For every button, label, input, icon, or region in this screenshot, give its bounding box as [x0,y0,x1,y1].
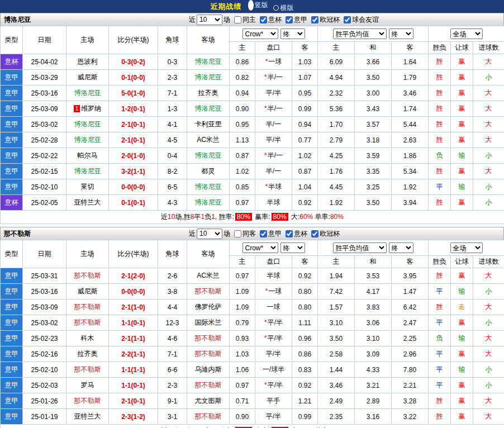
score-link[interactable]: 0-1(0-0) [109,70,158,85]
score-link[interactable]: 1-1(0-1) [109,378,158,393]
avg-type-select[interactable]: 胜平负均值 [333,242,387,253]
bookmaker-select[interactable]: Crow* [243,28,278,39]
away-team-link[interactable]: AC米兰 [197,136,220,144]
home-team-link[interactable]: 恩波利 [78,58,98,65]
away-team-link[interactable]: 博洛尼亚 [195,104,222,112]
away-team-link[interactable]: 尤文图斯 [195,397,222,405]
team-name[interactable]: 博洛尼亚 [4,15,31,25]
score-link[interactable]: 3-2(1-1) [109,164,158,179]
filter-checkbox[interactable] [311,16,318,23]
home-team-link[interactable]: 威尼斯 [78,287,98,295]
away-team-link[interactable]: 那不勒斯 [195,381,222,389]
score-link[interactable]: 2-1(0-1) [109,393,158,409]
away-team-link[interactable]: 博洛尼亚 [195,198,222,206]
home-team-link[interactable]: 维罗纳 [81,104,101,112]
score-link[interactable]: 0-1(0-1) [109,195,158,211]
away-team-cell: 那不勒斯 [187,284,230,299]
home-team-link[interactable]: 那不勒斯 [74,365,101,373]
home-team-link[interactable]: 罗马 [81,381,94,389]
score-link[interactable]: 2-1(1-0) [109,299,158,315]
score-link[interactable]: 0-3(0-2) [109,54,158,70]
score-link[interactable]: 2-0(1-0) [109,148,158,164]
filter-option[interactable]: 意甲 [286,15,307,25]
team-name[interactable]: 那不勒斯 [4,229,31,239]
score-link[interactable]: 2-1(0-1) [109,132,158,148]
filter-checkbox[interactable] [311,230,318,237]
home-team-link[interactable]: 帕尔马 [78,151,98,159]
odds-stage-select[interactable]: 终 [280,28,305,39]
away-team-link[interactable]: 乌迪内斯 [195,365,222,373]
away-team-link[interactable]: 卡利亚里 [195,120,222,128]
away-team-link[interactable]: 那不勒斯 [195,287,222,295]
home-team-link[interactable]: 那不勒斯 [74,303,101,311]
filter-option[interactable]: 意杯 [286,229,307,239]
home-team-link[interactable]: 那不勒斯 [74,272,101,279]
home-team-link[interactable]: 亚特兰大 [74,412,101,420]
away-team-link[interactable]: 博洛尼亚 [195,58,222,65]
score-link[interactable]: 2-1(0-1) [109,117,158,132]
home-team-link[interactable]: 那不勒斯 [74,397,101,405]
score-link[interactable]: 2-2(1-1) [109,346,158,362]
filter-option[interactable]: 同客 [234,229,256,239]
away-team-link[interactable]: AC米兰 [197,272,220,279]
score-link[interactable]: 0-0(0-0) [109,179,158,195]
filter-checkbox[interactable] [234,16,241,23]
recent-count-select[interactable]: 10 [197,15,222,25]
home-team-link[interactable]: 那不勒斯 [74,318,101,326]
home-team-link[interactable]: 亚特兰大 [74,198,101,206]
score-link[interactable]: 2-1(1-1) [109,331,158,346]
avg-type-select[interactable]: 胜平负均值 [333,28,387,39]
away-team-link[interactable]: 都灵 [202,167,215,175]
filter-option[interactable]: 同主 [234,15,256,25]
away-team-link[interactable]: 拉齐奥 [198,89,218,97]
score-link[interactable]: 1-1(1-1) [109,362,158,378]
filter-checkbox[interactable] [286,230,293,237]
avg-away-odds: 2.21 [392,378,429,393]
home-team-link[interactable]: 博洛尼亚 [74,120,101,128]
away-team-link[interactable]: 佛罗伦萨 [195,303,222,311]
filter-checkbox[interactable] [260,16,267,23]
avg-away-odds: 2.96 [392,346,429,362]
away-team-link[interactable]: 博洛尼亚 [195,183,222,191]
home-team-link[interactable]: 莱切 [81,183,94,191]
away-team-link[interactable]: 那不勒斯 [195,412,222,420]
radio-icon[interactable] [248,0,254,11]
avg-home-odds: 4.94 [318,70,355,85]
score-link[interactable]: 0-0(0-0) [109,284,158,299]
recent-count-select[interactable]: 10 [197,229,222,239]
filter-option[interactable]: 欧冠杯 [311,229,340,239]
filter-option[interactable]: 意甲 [260,229,282,239]
filter-option[interactable]: 欧冠杯 [311,15,340,25]
away-team-link[interactable]: 博洛尼亚 [195,73,222,81]
odds-stage-select[interactable]: 终 [280,242,305,253]
filter-option[interactable]: 球会友谊 [344,15,379,25]
filter-checkbox[interactable] [234,230,241,237]
period-select[interactable]: 全场 [450,28,483,39]
away-team-link[interactable]: 那不勒斯 [195,334,222,342]
filter-checkbox[interactable] [260,230,267,237]
score-link[interactable]: 5-0(1-0) [109,85,158,101]
filter-checkbox[interactable] [344,16,351,23]
radio-icon[interactable] [273,5,279,11]
home-team-link[interactable]: 威尼斯 [78,73,98,81]
avg-stage-select[interactable]: 终 [389,28,413,39]
bookmaker-select[interactable]: Crow* [243,242,278,253]
filter-option[interactable]: 意杯 [260,15,282,25]
view-option[interactable]: 竖版 [247,0,268,11]
home-team-link[interactable]: 博洛尼亚 [74,167,101,175]
score-link[interactable]: 1-1(0-1) [109,315,158,331]
view-option[interactable]: 横版 [273,3,294,13]
period-select[interactable]: 全场 [450,242,483,253]
home-team-link[interactable]: 博洛尼亚 [74,136,101,144]
score-link[interactable]: 1-2(0-1) [109,101,158,117]
away-team-link[interactable]: 国际米兰 [195,318,222,326]
filter-checkbox[interactable] [286,16,293,23]
home-team-link[interactable]: 博洛尼亚 [74,89,101,97]
away-team-link[interactable]: 博洛尼亚 [195,151,222,159]
avg-stage-select[interactable]: 终 [389,242,413,253]
away-team-link[interactable]: 那不勒斯 [195,350,222,358]
home-team-link[interactable]: 科木 [81,334,94,342]
score-link[interactable]: 2-1(2-0) [109,268,158,284]
home-team-link[interactable]: 拉齐奥 [78,350,98,358]
score-link[interactable]: 2-3(1-2) [109,409,158,425]
